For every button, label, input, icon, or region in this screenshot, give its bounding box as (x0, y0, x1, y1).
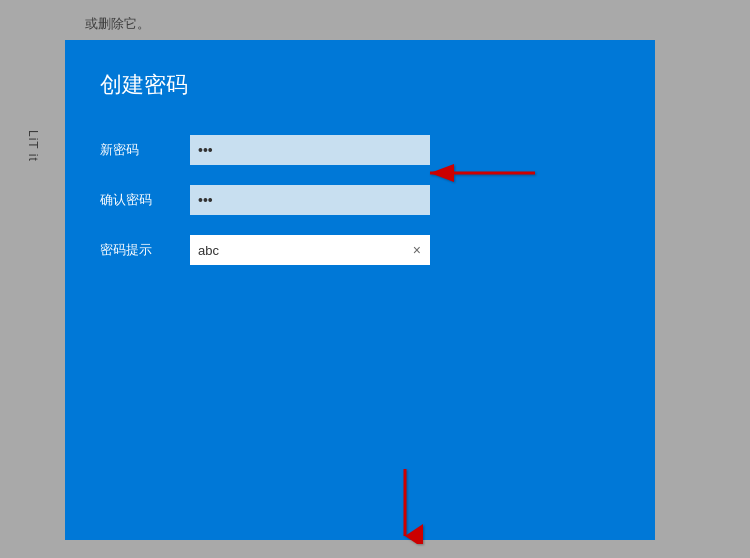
confirm-password-row: 确认密码 (100, 185, 620, 215)
password-hint-wrapper: × (190, 235, 430, 265)
new-password-row: 新密码 (100, 135, 620, 165)
dialog-title: 创建密码 (100, 70, 620, 100)
password-hint-row: 密码提示 × (100, 235, 620, 265)
new-password-label: 新密码 (100, 141, 190, 159)
create-password-dialog: 创建密码 新密码 确认密码 密码提示 × (65, 40, 655, 540)
password-hint-label: 密码提示 (100, 241, 190, 259)
hint-clear-button[interactable]: × (409, 241, 425, 259)
password-hint-input[interactable] (190, 235, 430, 265)
new-password-input[interactable] (190, 135, 430, 165)
confirm-password-input[interactable] (190, 185, 430, 215)
confirm-password-label: 确认密码 (100, 191, 190, 209)
